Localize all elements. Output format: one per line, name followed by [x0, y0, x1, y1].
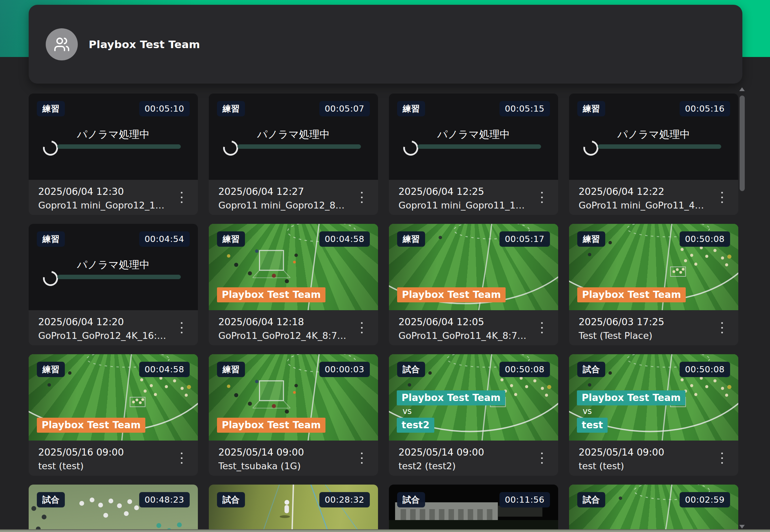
team-name-badge: Playbox Test Team: [37, 418, 145, 433]
video-card[interactable]: 試合00:28:32: [209, 485, 378, 532]
video-datetime: 2025/06/04 12:25: [398, 186, 484, 197]
more-options-button[interactable]: [354, 187, 369, 209]
team-name-badge: Playbox Test Team: [397, 287, 506, 302]
video-thumbnail[interactable]: 試合00:50:08Playbox Test Teamvstest: [569, 354, 738, 441]
video-card[interactable]: 練習00:04:58Playbox Test Team2025/06/04 12…: [209, 224, 378, 345]
vs-label: vs: [403, 406, 412, 416]
scrollbar-up-arrow-icon[interactable]: [739, 87, 745, 91]
more-options-button[interactable]: [714, 187, 729, 209]
users-icon: [54, 36, 70, 53]
video-card[interactable]: 試合00:11:56: [389, 485, 558, 532]
kebab-menu-icon: [721, 327, 723, 329]
more-options-button[interactable]: [174, 447, 189, 469]
video-thumbnail[interactable]: 試合00:48:23: [29, 485, 198, 532]
more-options-button[interactable]: [714, 317, 729, 339]
video-title: Gopro11 mini_Gopro12_16;9_30FP...: [38, 200, 167, 211]
video-thumbnail[interactable]: 練習00:50:08Playbox Test Team: [569, 224, 738, 310]
more-options-button[interactable]: [534, 447, 549, 469]
video-card[interactable]: 練習00:05:10パノラマ処理中2025/06/04 12:30Gopro11…: [29, 94, 198, 215]
scrollbar-down-arrow-icon[interactable]: [739, 525, 745, 529]
away-team-badge: test2: [397, 418, 434, 433]
processing-progress-bar: [57, 275, 181, 279]
team-name-badge: Playbox Test Team: [577, 287, 686, 302]
processing-label: パノラマ処理中: [29, 258, 198, 272]
video-card[interactable]: 練習00:04:54パノラマ処理中2025/06/04 12:20GoPro11…: [29, 224, 198, 345]
video-thumbnail[interactable]: 練習00:04:54パノラマ処理中: [29, 224, 198, 310]
video-duration-badge: 00:04:58: [319, 231, 370, 247]
processing-label: パノラマ処理中: [29, 128, 198, 142]
video-thumbnail[interactable]: 練習00:05:15パノラマ処理中: [389, 94, 558, 180]
video-thumbnail[interactable]: 試合00:28:32: [209, 485, 378, 532]
video-card[interactable]: 練習00:50:08Playbox Test Team2025/06/03 17…: [569, 224, 738, 345]
video-thumbnail[interactable]: 練習00:05:16パノラマ処理中: [569, 94, 738, 180]
video-info: 2025/06/04 12:20GoPro11_GoPro12_4K_16:9_…: [29, 310, 198, 345]
video-card[interactable]: 練習00:05:07パノラマ処理中2025/06/04 12:27Gopro11…: [209, 94, 378, 215]
kebab-menu-icon: [541, 462, 543, 464]
video-thumbnail[interactable]: 練習00:04:58Playbox Test Team: [29, 354, 198, 441]
kebab-menu-icon: [541, 327, 543, 329]
video-duration-badge: 00:04:54: [139, 231, 190, 247]
video-duration-badge: 00:05:16: [680, 101, 730, 116]
video-card[interactable]: 試合00:02:59: [569, 485, 738, 532]
video-duration-badge: 00:05:10: [139, 101, 190, 116]
video-thumbnail[interactable]: 試合00:11:56: [389, 485, 558, 532]
more-options-button[interactable]: [354, 447, 369, 469]
processing-progress-bar: [57, 144, 181, 149]
home-team-badge: Playbox Test Team: [397, 390, 505, 405]
video-thumbnail[interactable]: 試合00:02:59: [569, 485, 738, 532]
team-header-card[interactable]: Playbox Test Team: [29, 5, 742, 84]
kebab-menu-icon: [721, 462, 723, 464]
video-thumbnail[interactable]: 試合00:50:08Playbox Test Teamvstest2: [389, 354, 558, 441]
video-thumbnail[interactable]: 練習00:05:10パノラマ処理中: [29, 94, 198, 180]
scrollbar-thumb[interactable]: [740, 96, 745, 191]
video-datetime: 2025/06/04 12:27: [218, 186, 304, 197]
processing-label: パノラマ処理中: [209, 128, 378, 142]
video-type-badge: 練習: [217, 101, 245, 116]
video-info: 2025/05/14 09:00Test_tsubaka (1G): [209, 441, 378, 476]
more-options-button[interactable]: [174, 317, 189, 339]
field-thumbnail-art: [209, 485, 378, 532]
video-card[interactable]: 試合00:48:23: [29, 485, 198, 532]
video-card[interactable]: 練習00:00:03Playbox Test Team2025/05/14 09…: [209, 354, 378, 476]
kebab-menu-icon: [721, 201, 723, 203]
more-options-button[interactable]: [174, 187, 189, 209]
more-options-button[interactable]: [354, 317, 369, 339]
field-thumbnail-art: [389, 485, 558, 532]
more-options-button[interactable]: [534, 187, 549, 209]
video-datetime: 2025/06/03 17:25: [579, 316, 664, 328]
video-card[interactable]: 試合00:50:08Playbox Test Teamvstest2025/05…: [569, 354, 738, 476]
video-duration-badge: 00:05:15: [499, 101, 550, 116]
video-card[interactable]: 練習00:05:17Playbox Test Team2025/06/04 12…: [389, 224, 558, 345]
video-grid: 練習00:05:10パノラマ処理中2025/06/04 12:30Gopro11…: [29, 94, 738, 532]
video-duration-badge: 00:04:58: [139, 362, 190, 377]
video-thumbnail[interactable]: 練習00:05:17Playbox Test Team: [389, 224, 558, 310]
video-info: 2025/06/04 12:25Gopro11 mini_Gopro11_16;…: [389, 180, 558, 215]
video-card[interactable]: 練習00:05:16パノラマ処理中2025/06/04 12:22GoPro11…: [569, 94, 738, 215]
video-info: 2025/06/04 12:05GoPro11_GoPro11_4K_8:7_3…: [389, 310, 558, 345]
kebab-menu-icon: [361, 192, 363, 193]
video-info: 2025/06/04 12:30Gopro11 mini_Gopro12_16;…: [29, 180, 198, 215]
team-name-badge: Playbox Test Team: [217, 287, 325, 302]
video-info: 2025/06/04 12:18GoPro11_GoPro12_4K_8:7_3…: [209, 310, 378, 345]
video-card[interactable]: 試合00:50:08Playbox Test Teamvstest22025/0…: [389, 354, 558, 476]
video-thumbnail[interactable]: 練習00:04:58Playbox Test Team: [209, 224, 378, 310]
video-duration-badge: 00:11:56: [499, 492, 550, 507]
video-title: GoPro11_GoPro12_4K_8:7_30FPS ...: [218, 330, 347, 341]
kebab-menu-icon: [181, 457, 183, 459]
kebab-menu-icon: [721, 332, 723, 333]
video-card[interactable]: 練習00:05:15パノラマ処理中2025/06/04 12:25Gopro11…: [389, 94, 558, 215]
more-options-button[interactable]: [714, 447, 729, 469]
video-thumbnail[interactable]: 練習00:00:03Playbox Test Team: [209, 354, 378, 441]
processing-label: パノラマ処理中: [569, 128, 738, 142]
video-title: test2 (test2): [398, 461, 527, 471]
kebab-menu-icon: [541, 332, 543, 333]
video-thumbnail[interactable]: 練習00:05:07パノラマ処理中: [209, 94, 378, 180]
video-datetime: 2025/05/14 09:00: [218, 447, 304, 458]
team-name-badge: Playbox Test Team: [217, 418, 325, 433]
kebab-menu-icon: [181, 322, 183, 324]
more-options-button[interactable]: [534, 317, 549, 339]
video-card[interactable]: 練習00:04:58Playbox Test Team2025/05/16 09…: [29, 354, 198, 476]
video-info: 2025/05/14 09:00test2 (test2): [389, 441, 558, 476]
kebab-menu-icon: [181, 332, 183, 333]
kebab-menu-icon: [181, 197, 183, 198]
